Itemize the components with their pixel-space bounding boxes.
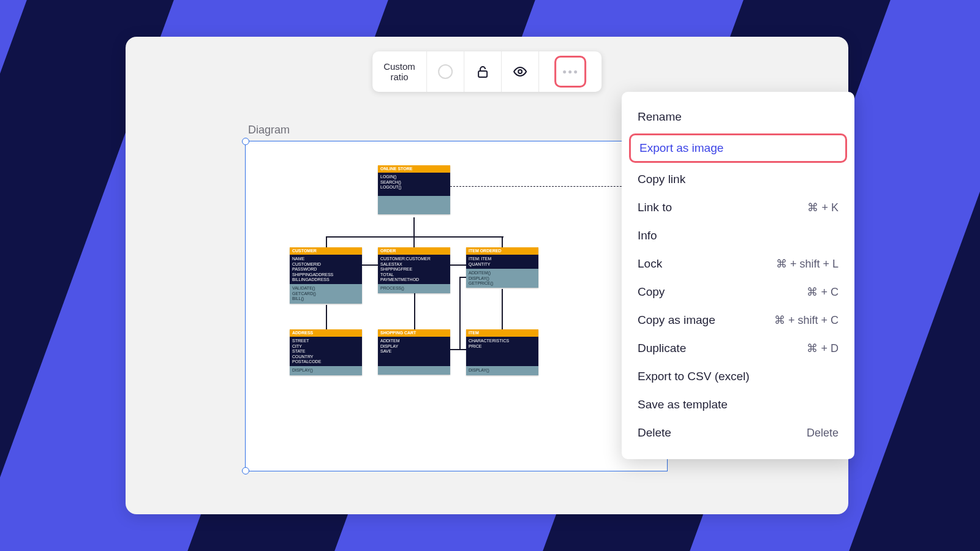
menu-item-label: Save as template <box>638 398 728 411</box>
selection-handle-tl[interactable] <box>242 138 249 145</box>
node-footer: DISPLAY() <box>290 366 362 375</box>
connector-line <box>502 289 503 329</box>
menu-item-duplicate[interactable]: Duplicate ⌘ + D <box>622 334 854 362</box>
menu-item-shortcut: ⌘ + K <box>807 201 839 214</box>
unlock-icon <box>475 64 490 79</box>
connector-line <box>326 236 503 238</box>
visibility-toggle[interactable] <box>502 51 539 92</box>
connector-line <box>414 289 415 329</box>
connector-line <box>459 277 461 349</box>
node-body: LOGIN() SEARCH() LOGOUT() <box>378 173 450 196</box>
menu-item-label: Export as image <box>639 141 723 155</box>
more-options-button[interactable] <box>554 56 586 88</box>
menu-item-copy-as-image[interactable]: Copy as image ⌘ + shift + C <box>622 306 854 334</box>
menu-item-shortcut: ⌘ + C <box>807 285 839 299</box>
uml-node-customer[interactable]: CUSTOMER NAME CUSTOMERID PASSWORD SHIPPI… <box>290 247 362 304</box>
connector-line <box>326 305 327 329</box>
menu-item-export-as-image[interactable]: Export as image <box>629 133 847 163</box>
svg-point-1 <box>518 70 522 73</box>
uml-node-item-ordered[interactable]: ITEM ORDERED ITEM: ITEM QUANTITY ADDITEM… <box>466 247 538 288</box>
menu-item-export-csv[interactable]: Export to CSV (excel) <box>622 362 854 391</box>
menu-item-label: Lock <box>638 257 662 271</box>
node-header: CUSTOMER <box>290 247 362 255</box>
menu-item-label: Link to <box>638 201 672 214</box>
canvas-group-label: Diagram <box>248 124 290 137</box>
uml-node-address[interactable]: ADDRESS STREET CITY STATE COUNTRY POSTAL… <box>290 329 362 375</box>
menu-item-rename[interactable]: Rename <box>622 103 854 131</box>
uml-node-cart[interactable]: SHOPPING CART ADDITEM DISPLAY SAVE <box>378 329 450 375</box>
node-footer <box>378 366 450 375</box>
node-footer: PROCESS() <box>378 284 450 293</box>
uml-node-store[interactable]: ONLINE STORE LOGIN() SEARCH() LOGOUT() <box>378 165 450 214</box>
connector-line <box>413 217 415 248</box>
menu-item-label: Info <box>638 229 657 242</box>
uml-node-order[interactable]: ORDER CUSTOMER:CUSTOMER SALESTAX SHIPPIN… <box>378 247 450 293</box>
lock-toggle[interactable] <box>464 51 502 92</box>
connector-line <box>450 349 466 350</box>
connector-line <box>502 236 503 247</box>
connector-line <box>326 236 327 247</box>
menu-item-shortcut: ⌘ + shift + C <box>774 313 839 327</box>
color-swatch[interactable] <box>427 51 464 92</box>
eye-icon <box>513 64 527 79</box>
ratio-label-line2: ratio <box>390 72 408 82</box>
menu-item-shortcut: ⌘ + D <box>807 342 839 355</box>
node-body: NAME CUSTOMERID PASSWORD SHIPPINGADDRESS… <box>290 255 362 284</box>
node-header: SHOPPING CART <box>378 329 450 337</box>
connector-line <box>450 264 466 266</box>
ratio-label-line1: Custom <box>383 61 415 72</box>
node-header: ONLINE STORE <box>378 165 450 173</box>
node-body: ADDITEM DISPLAY SAVE <box>378 337 450 366</box>
menu-item-label: Duplicate <box>638 342 686 355</box>
circle-icon <box>438 64 453 79</box>
node-header: ITEM ORDERED <box>466 247 538 255</box>
menu-item-copy-link[interactable]: Copy link <box>622 165 854 193</box>
uml-node-item[interactable]: ITEM CHARACTERISTICS PRICE DISPLAY() <box>466 329 538 375</box>
menu-item-label: Delete <box>638 426 671 440</box>
node-body: CHARACTERISTICS PRICE <box>466 337 538 366</box>
ratio-dropdown[interactable]: Custom ratio <box>372 51 427 92</box>
connector-line <box>450 186 634 187</box>
menu-item-label: Export to CSV (excel) <box>638 370 750 383</box>
selection-box[interactable] <box>245 141 668 471</box>
node-footer <box>378 196 450 214</box>
node-footer: DISPLAY() <box>466 366 538 375</box>
node-body: ITEM: ITEM QUANTITY <box>466 255 538 269</box>
menu-item-shortcut: Delete <box>807 427 839 440</box>
menu-item-copy[interactable]: Copy ⌘ + C <box>622 278 854 306</box>
node-body: CUSTOMER:CUSTOMER SALESTAX SHIPPINGFREE … <box>378 255 450 284</box>
ellipsis-icon <box>563 70 577 73</box>
node-header: ITEM <box>466 329 538 337</box>
floating-toolbar: Custom ratio <box>372 51 601 92</box>
menu-item-save-as-template[interactable]: Save as template <box>622 391 854 419</box>
menu-item-shortcut: ⌘ + shift + L <box>776 257 839 271</box>
connector-line <box>362 264 378 266</box>
menu-item-label: Copy <box>638 285 665 299</box>
selection-handle-bl[interactable] <box>242 467 249 474</box>
svg-rect-0 <box>478 71 487 77</box>
menu-item-label: Rename <box>638 110 682 124</box>
node-body: STREET CITY STATE COUNTRY POSTALCODE <box>290 337 362 366</box>
menu-item-info[interactable]: Info <box>622 222 854 250</box>
node-footer: VALIDATE() GETCARD() BILL() <box>290 284 362 303</box>
menu-item-lock[interactable]: Lock ⌘ + shift + L <box>622 250 854 278</box>
editor-board: Custom ratio Diagram <box>126 37 848 514</box>
node-footer: ADDITEM() DISPLAY() GETPRICE() <box>466 269 538 288</box>
menu-item-label: Copy as image <box>638 313 715 327</box>
menu-item-label: Copy link <box>638 173 685 186</box>
menu-item-link-to[interactable]: Link to ⌘ + K <box>622 193 854 222</box>
context-menu: Rename Export as image Copy link Link to… <box>622 92 854 459</box>
more-options-segment <box>539 51 601 92</box>
node-header: ADDRESS <box>290 329 362 337</box>
menu-item-delete[interactable]: Delete Delete <box>622 419 854 447</box>
node-header: ORDER <box>378 247 450 255</box>
